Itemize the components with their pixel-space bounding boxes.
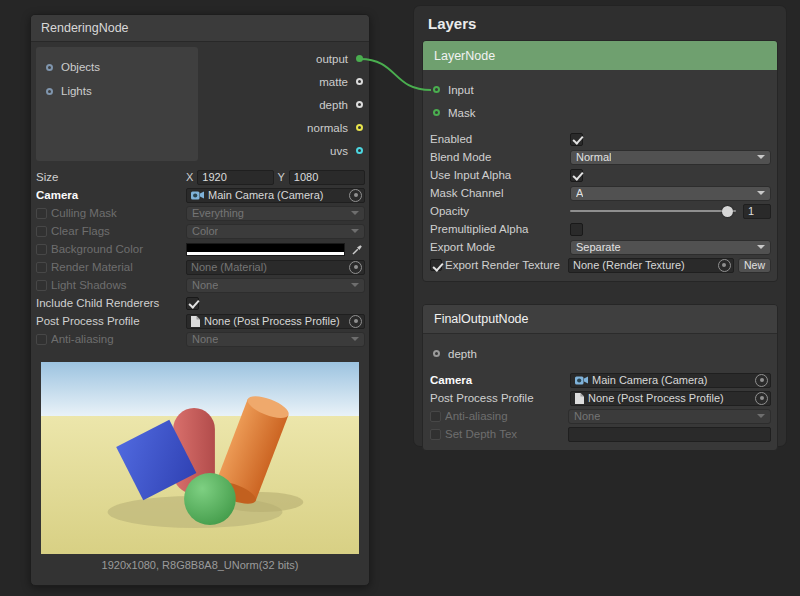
final-post-process-profile-object-field[interactable]: None (Post Process Profile) [570, 391, 771, 406]
render-material-override-checkbox[interactable] [36, 262, 47, 273]
render-material-label: Render Material [51, 261, 186, 273]
final-camera-object-field[interactable]: Main Camera (Camera) [570, 373, 771, 388]
export-mode-dropdown[interactable]: Separate [570, 240, 771, 255]
port-row-depth-input[interactable]: depth [423, 342, 777, 365]
mask-channel-dropdown[interactable]: A [570, 186, 771, 201]
mask-channel-label: Mask Channel [430, 187, 570, 199]
opacity-label: Opacity [430, 205, 570, 217]
culling-mask-override-checkbox[interactable] [36, 208, 47, 219]
object-picker-icon[interactable] [718, 259, 731, 272]
opacity-slider-track[interactable] [570, 210, 736, 212]
render-preview [41, 362, 359, 554]
object-picker-icon[interactable] [349, 315, 362, 328]
input-port-icon[interactable] [433, 86, 440, 93]
mask-port-icon[interactable] [433, 109, 440, 116]
final-output-node-properties: Camera Main Camera (Camera) Post Process… [423, 369, 777, 450]
anti-aliasing-dropdown[interactable]: None [186, 332, 365, 347]
port-row-objects[interactable]: Objects [36, 55, 198, 79]
rendering-node-header[interactable]: RenderingNode [31, 15, 369, 42]
layer-node[interactable]: LayerNode Input Mask Enabled [422, 40, 778, 282]
port-row-normals[interactable]: normals [201, 116, 369, 139]
anti-aliasing-override-checkbox[interactable] [36, 334, 47, 345]
clear-flags-override-checkbox[interactable] [36, 226, 47, 237]
size-row: Size X Y [33, 168, 367, 186]
clear-flags-dropdown[interactable]: Color [186, 224, 365, 239]
opacity-slider[interactable] [570, 204, 771, 219]
output-port-label: output [316, 53, 348, 65]
port-row-mask[interactable]: Mask [423, 101, 777, 124]
use-input-alpha-checkbox[interactable] [570, 169, 583, 182]
use-input-alpha-label: Use Input Alpha [430, 169, 570, 181]
uvs-port-icon[interactable] [356, 147, 363, 154]
port-row-input[interactable]: Input [423, 78, 777, 101]
port-row-lights[interactable]: Lights [36, 79, 198, 103]
port-row-uvs[interactable]: uvs [201, 139, 369, 162]
light-shadows-override-checkbox[interactable] [36, 280, 47, 291]
camera-object-field[interactable]: Main Camera (Camera) [186, 188, 365, 203]
normals-port-icon[interactable] [356, 124, 363, 131]
export-render-texture-object-field[interactable]: None (Render Texture) [568, 258, 734, 273]
rendering-node[interactable]: RenderingNode Objects Lights output [30, 14, 370, 586]
render-material-object-field[interactable]: None (Material) [186, 260, 365, 275]
opacity-value-input[interactable] [743, 204, 771, 219]
lights-port-icon[interactable] [46, 88, 53, 95]
final-output-node[interactable]: FinalOutputNode depth Camera Main Camera… [422, 304, 778, 451]
preview-caption: 1920x1080, R8G8B8A8_UNorm(32 bits) [31, 559, 369, 571]
anti-aliasing-row: Anti-aliasing None [33, 330, 367, 348]
matte-port-icon[interactable] [356, 78, 363, 85]
render-preview-image [41, 362, 359, 554]
port-row-depth[interactable]: depth [201, 93, 369, 116]
background-color-override-checkbox[interactable] [36, 244, 47, 255]
use-input-alpha-row: Use Input Alpha [427, 166, 773, 184]
premultiplied-alpha-checkbox[interactable] [570, 223, 583, 236]
premultiplied-alpha-label: Premultiplied Alpha [430, 223, 570, 235]
size-y-label: Y [278, 171, 285, 183]
export-render-texture-checkbox[interactable] [430, 259, 442, 271]
size-x-input[interactable] [197, 170, 273, 185]
blend-mode-label: Blend Mode [430, 151, 570, 163]
opacity-slider-knob[interactable] [722, 206, 733, 217]
post-process-profile-object-field[interactable]: None (Post Process Profile) [186, 314, 365, 329]
chevron-down-icon [757, 245, 765, 249]
matte-port-label: matte [319, 76, 348, 88]
depth-input-port-label: depth [448, 348, 477, 360]
set-depth-tex-override-checkbox[interactable] [430, 429, 441, 440]
blend-mode-dropdown[interactable]: Normal [570, 150, 771, 165]
port-row-matte[interactable]: matte [201, 70, 369, 93]
object-picker-icon[interactable] [349, 189, 362, 202]
layer-node-header[interactable]: LayerNode [423, 41, 777, 70]
output-port-icon[interactable] [356, 55, 363, 62]
final-anti-aliasing-dropdown[interactable]: None [568, 409, 771, 424]
light-shadows-dropdown[interactable]: None [186, 278, 365, 293]
include-child-renderers-checkbox[interactable] [186, 297, 199, 310]
export-mode-row: Export Mode Separate [427, 238, 773, 256]
new-render-texture-button[interactable]: New [738, 258, 771, 273]
final-output-node-header[interactable]: FinalOutputNode [423, 305, 777, 334]
enabled-checkbox[interactable] [570, 133, 583, 146]
chevron-down-icon [351, 229, 359, 233]
culling-mask-dropdown[interactable]: Everything [186, 206, 365, 221]
final-output-node-title: FinalOutputNode [434, 312, 529, 326]
depth-input-port-icon[interactable] [433, 350, 440, 357]
set-depth-tex-field[interactable] [568, 427, 771, 442]
camera-row: Camera Main Camera (Camera) [33, 186, 367, 204]
object-picker-icon[interactable] [755, 374, 768, 387]
layers-panel-title: Layers [414, 6, 786, 40]
final-anti-aliasing-override-checkbox[interactable] [430, 411, 441, 422]
port-row-output[interactable]: output [201, 47, 369, 70]
object-picker-icon[interactable] [349, 261, 362, 274]
post-process-profile-label: Post Process Profile [36, 315, 186, 327]
eyedropper-button[interactable] [349, 242, 365, 257]
size-label: Size [36, 171, 186, 183]
node-graph-canvas[interactable]: RenderingNode Objects Lights output [0, 0, 800, 596]
anti-aliasing-label: Anti-aliasing [51, 333, 186, 345]
include-child-renderers-label: Include Child Renderers [36, 297, 186, 309]
chevron-down-icon [351, 337, 359, 341]
background-color-swatch[interactable] [186, 243, 345, 256]
light-shadows-row: Light Shadows None [33, 276, 367, 294]
depth-port-icon[interactable] [356, 101, 363, 108]
objects-port-icon[interactable] [46, 64, 53, 71]
size-y-input[interactable] [289, 170, 365, 185]
object-picker-icon[interactable] [755, 392, 768, 405]
rendering-node-title: RenderingNode [41, 21, 129, 35]
